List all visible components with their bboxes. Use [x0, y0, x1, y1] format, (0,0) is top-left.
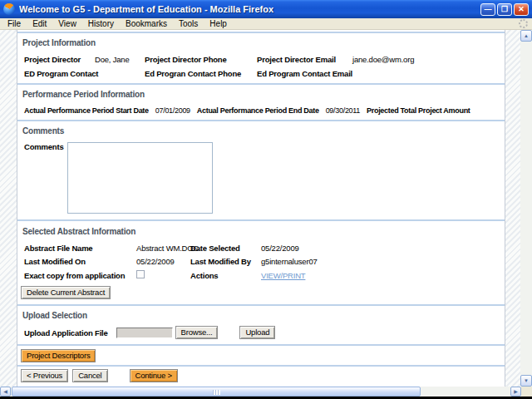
total-amount-label: Projected Total Project Amount [367, 106, 470, 116]
footer-buttons: < Previous Cancel Continue > [21, 369, 505, 382]
last-modified-by-label: Last Modified By [190, 257, 261, 267]
throbber-icon [519, 19, 528, 28]
project-director-value: Doe, Jane [95, 55, 145, 65]
comments-title: Comments [22, 126, 505, 136]
upload-row: Upload Application File Browse... Upload [24, 326, 505, 339]
abstract-title: Selected Abstract Information [22, 227, 505, 237]
last-modified-on-value: 05/22/2009 [136, 257, 190, 267]
horizontal-scrollbar[interactable]: ◀ ▶ [0, 387, 532, 397]
exact-copy-label: Exact copy from application [24, 271, 136, 281]
section-separator [17, 120, 505, 121]
abstract-grid: Abstract File Name Abstract WM.DOC Date … [24, 244, 505, 281]
menu-view[interactable]: View [52, 18, 82, 29]
delete-current-abstract-button[interactable]: Delete Current Abstract [21, 286, 111, 299]
actions-label: Actions [190, 271, 261, 281]
upload-application-file-label: Upload Application File [24, 328, 108, 337]
maximize-button[interactable]: ❐ [497, 3, 512, 16]
start-date-value: 07/01/2009 [155, 106, 190, 116]
comments-label: Comments [24, 142, 67, 152]
horizontal-scroll-thumb[interactable] [12, 387, 421, 397]
ed-program-contact-label: ED Program Contact [24, 69, 95, 79]
menu-history[interactable]: History [82, 18, 120, 29]
start-date-label: Actual Performance Period Start Date [24, 106, 149, 116]
exact-copy-checkbox[interactable] [136, 270, 145, 278]
scroll-right-icon[interactable]: ▶ [510, 387, 521, 397]
date-selected-label: Date Selected [190, 244, 261, 254]
upload-button[interactable]: Upload [239, 326, 275, 339]
section-separator [17, 32, 505, 33]
last-modified-by-value: g5internaluser07 [261, 257, 505, 267]
scrollbar-corner [521, 387, 532, 397]
section-separator [17, 304, 505, 306]
upload-selection-title: Upload Selection [22, 311, 505, 321]
abstract-file-name-value: Abstract WM.DOC [136, 244, 190, 254]
project-director-label: Project Director [24, 55, 95, 65]
comments-row: Comments [24, 142, 505, 214]
project-info-grid: Project Director Doe, Jane Project Direc… [24, 55, 505, 79]
project-descriptors-button[interactable]: Project Descriptors [21, 349, 96, 362]
project-director-phone-label: Project Director Phone [145, 55, 257, 65]
continue-button[interactable]: Continue > [130, 369, 178, 382]
upload-file-input[interactable] [116, 328, 173, 338]
section-separator [17, 219, 505, 221]
close-button[interactable]: ✕ [514, 3, 529, 16]
scroll-up-icon[interactable]: ▲ [520, 30, 532, 42]
menu-bookmarks[interactable]: Bookmarks [120, 18, 173, 29]
end-date-value: 09/30/2011 [326, 106, 360, 116]
menu-file[interactable]: File [2, 18, 27, 29]
end-date-label: Actual Performance Period End Date [197, 106, 319, 116]
section-separator [17, 83, 505, 85]
page-content: Project Information Project Director Doe… [17, 30, 505, 387]
section-separator [17, 344, 505, 346]
menu-edit[interactable]: Edit [27, 18, 52, 29]
browse-button[interactable]: Browse... [175, 326, 219, 339]
comments-textarea[interactable] [67, 142, 213, 214]
last-modified-on-label: Last Modified On [24, 257, 136, 267]
page-background: Project Information Project Director Doe… [0, 30, 520, 387]
menu-tools[interactable]: Tools [173, 18, 204, 29]
view-print-link[interactable]: VIEW/PRINT [261, 271, 305, 280]
vertical-scrollbar[interactable]: ▲ ▼ [520, 30, 532, 387]
firefox-window: Welcome to G5 - Department of Education … [0, 0, 532, 399]
date-selected-value: 05/22/2009 [261, 244, 505, 254]
ed-program-contact-email-label: Ed Program Contact Email [257, 69, 352, 79]
abstract-file-name-label: Abstract File Name [24, 244, 136, 254]
menu-help[interactable]: Help [204, 18, 233, 29]
minimize-button[interactable]: — [480, 3, 495, 16]
scroll-left-icon[interactable]: ◀ [0, 387, 11, 397]
window-title: Welcome to G5 - Department of Education … [19, 4, 480, 14]
project-info-title: Project Information [22, 38, 505, 48]
menu-bar: File Edit View History Bookmarks Tools H… [0, 18, 532, 30]
performance-period-title: Performance Period Information [22, 90, 505, 100]
previous-button[interactable]: < Previous [21, 369, 68, 382]
scroll-down-icon[interactable]: ▼ [520, 375, 532, 387]
performance-period-row: Actual Performance Period Start Date 07/… [24, 106, 505, 116]
project-director-email-label: Project Director Email [257, 55, 352, 65]
title-bar: Welcome to G5 - Department of Education … [0, 0, 532, 18]
project-director-email-value: jane.doe@wm.org [352, 55, 505, 65]
cancel-button[interactable]: Cancel [72, 369, 107, 382]
firefox-icon [3, 3, 15, 15]
section-separator [17, 365, 505, 367]
ed-program-contact-phone-label: Ed Progran Contact Phone [145, 69, 257, 79]
